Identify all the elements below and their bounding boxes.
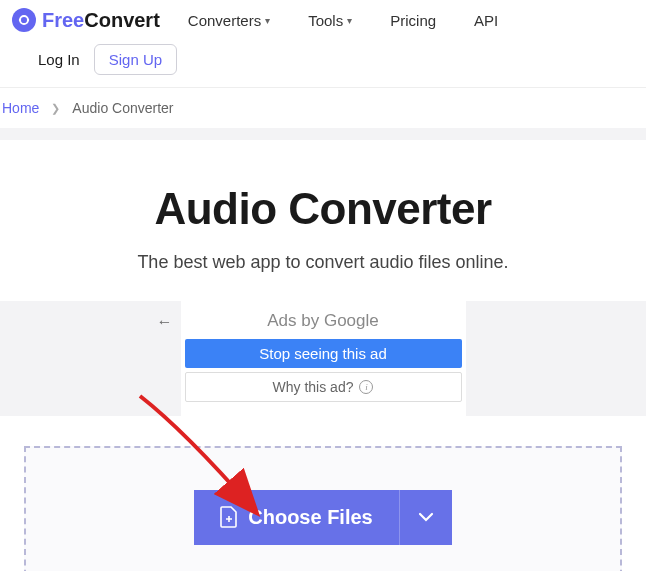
back-arrow-icon[interactable]: ← <box>157 313 173 331</box>
ad-header-label: Ads by Google <box>181 311 466 331</box>
logo-text: FreeConvert <box>42 9 160 32</box>
file-drop-zone[interactable]: Choose Files <box>24 446 622 571</box>
divider <box>0 128 646 140</box>
svg-point-1 <box>27 19 29 21</box>
nav-label: Pricing <box>390 12 436 29</box>
login-link[interactable]: Log In <box>38 51 80 68</box>
breadcrumb-home[interactable]: Home <box>2 100 39 116</box>
nav-pricing[interactable]: Pricing <box>390 12 436 29</box>
chevron-down-icon: ▾ <box>347 15 352 26</box>
chevron-right-icon: ❯ <box>51 102 60 115</box>
nav-label: API <box>474 12 498 29</box>
brand-logo[interactable]: FreeConvert <box>12 8 160 32</box>
nav-api[interactable]: API <box>474 12 498 29</box>
svg-point-0 <box>19 19 21 21</box>
info-icon: i <box>359 380 373 394</box>
breadcrumb-current: Audio Converter <box>72 100 173 116</box>
ad-container: ← Ads by Google Stop seeing this ad Why … <box>0 301 646 416</box>
page-subtitle: The best web app to convert audio files … <box>20 252 626 273</box>
chevron-down-icon <box>418 512 434 522</box>
breadcrumb: Home ❯ Audio Converter <box>0 87 646 128</box>
choose-files-button[interactable]: Choose Files <box>194 490 398 545</box>
choose-files-label: Choose Files <box>248 506 372 529</box>
nav-converters[interactable]: Converters ▾ <box>188 12 270 29</box>
file-plus-icon <box>220 506 238 528</box>
chevron-down-icon: ▾ <box>265 15 270 26</box>
ad-stop-button[interactable]: Stop seeing this ad <box>185 339 462 368</box>
nav-label: Tools <box>308 12 343 29</box>
ad-why-button[interactable]: Why this ad? i <box>185 372 462 402</box>
nav-label: Converters <box>188 12 261 29</box>
ad-why-label: Why this ad? <box>273 379 354 395</box>
signup-button[interactable]: Sign Up <box>94 44 177 75</box>
page-title: Audio Converter <box>20 184 626 234</box>
logo-icon <box>12 8 36 32</box>
nav-tools[interactable]: Tools ▾ <box>308 12 352 29</box>
choose-files-dropdown[interactable] <box>399 490 452 545</box>
